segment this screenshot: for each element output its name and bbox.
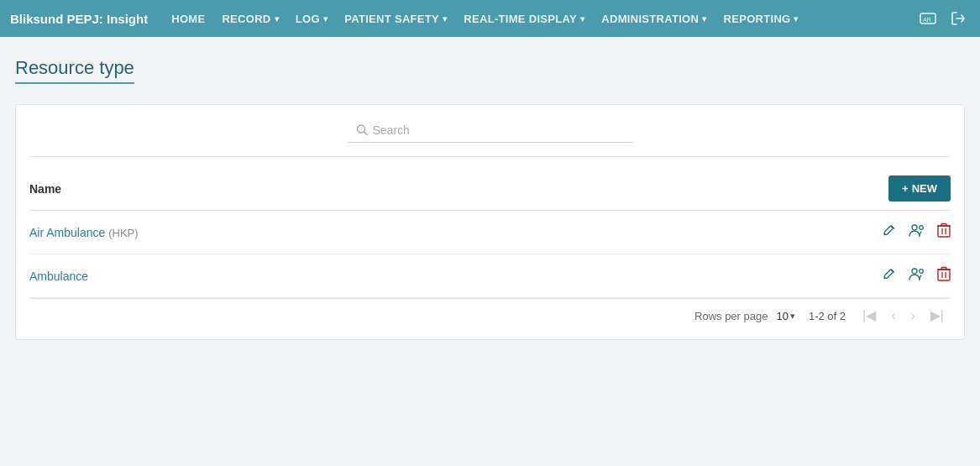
nav-real-time-display[interactable]: REAL-TIME DISPLAY ▾ [455, 0, 593, 37]
plus-icon: + [902, 182, 909, 195]
search-row [29, 118, 951, 157]
brand-logo: Bliksund PEPJ: Insight [10, 12, 148, 26]
new-button[interactable]: + NEW [888, 175, 951, 202]
nav-log[interactable]: LOG ▾ [287, 0, 336, 37]
prev-page-button[interactable]: ‹ [888, 307, 899, 324]
svg-text:AR: AR [923, 17, 931, 23]
search-wrapper [348, 118, 633, 143]
table-header: Name + NEW [29, 170, 951, 211]
rows-per-page-value: 10 [776, 310, 788, 322]
users-icon[interactable] [909, 267, 925, 285]
edit-icon[interactable] [883, 223, 897, 242]
row-name: Air Ambulance (HKP) [29, 226, 883, 239]
language-icon[interactable]: AR [916, 7, 940, 30]
row-actions [883, 223, 951, 242]
table-row: Air Ambulance (HKP) [29, 211, 951, 254]
svg-point-5 [920, 225, 924, 229]
chevron-down-icon: ▾ [275, 14, 279, 24]
resource-type-card: Name + NEW Air Ambulance (HKP) [15, 104, 965, 340]
rows-per-page-select[interactable]: 10 ▾ [776, 310, 794, 322]
page-body: Resource type Name + NEW [0, 37, 980, 360]
nav-patient-safety[interactable]: PATIENT SAFETY ▾ [336, 0, 455, 37]
row-name: Ambulance [29, 270, 883, 283]
last-page-button[interactable]: ▶| [927, 307, 947, 324]
chevron-down-icon: ▾ [443, 14, 447, 24]
search-input[interactable] [348, 118, 633, 143]
nav-administration[interactable]: ADMINISTRATION ▾ [593, 0, 715, 37]
svg-line-3 [364, 132, 367, 135]
nav-reporting[interactable]: REPORTING ▾ [715, 0, 807, 37]
users-icon[interactable] [909, 223, 925, 242]
svg-point-11 [920, 269, 924, 273]
nav-record[interactable]: RECORD ▾ [213, 0, 286, 37]
svg-rect-6 [938, 226, 950, 237]
next-page-button[interactable]: › [908, 307, 919, 324]
column-name-header: Name [29, 182, 888, 196]
page-title: Resource type [15, 57, 134, 84]
page-info: 1-2 of 2 [809, 310, 846, 322]
first-page-button[interactable]: |◀ [859, 307, 879, 324]
svg-rect-12 [938, 270, 950, 280]
nav-home[interactable]: HOME [163, 0, 213, 37]
edit-icon[interactable] [883, 267, 897, 285]
chevron-down-icon: ▾ [580, 14, 584, 24]
search-icon [356, 123, 368, 138]
chevron-down-icon: ▾ [702, 14, 706, 24]
delete-icon[interactable] [937, 266, 951, 285]
navbar: Bliksund PEPJ: Insight HOME RECORD ▾ LOG… [0, 0, 980, 37]
delete-icon[interactable] [937, 223, 951, 242]
chevron-down-icon: ▾ [794, 14, 798, 24]
pagination-row: Rows per page 10 ▾ 1-2 of 2 |◀ ‹ › ▶| [29, 298, 951, 326]
row-actions [883, 266, 951, 285]
chevron-down-icon: ▾ [323, 14, 328, 24]
logout-icon[interactable] [946, 7, 970, 30]
svg-point-10 [912, 269, 917, 274]
svg-point-4 [912, 225, 917, 230]
rows-per-page-label: Rows per page [694, 310, 768, 322]
chevron-down-icon: ▾ [790, 311, 795, 322]
nav-right-icons: AR [916, 7, 970, 30]
table-row: Ambulance [29, 254, 951, 298]
